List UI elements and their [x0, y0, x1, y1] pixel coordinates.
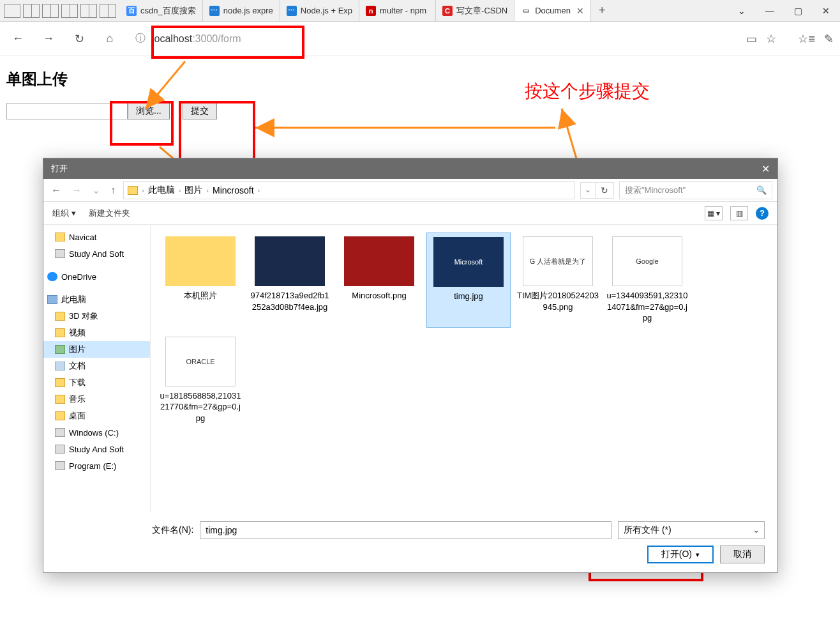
file-thumbnail	[344, 236, 414, 286]
tab-label: csdn_百度搜索	[140, 5, 196, 17]
fld-icon	[55, 395, 65, 404]
browser-tabstrip: 百csdn_百度搜索⋯node.js expre⋯Node.js + Expnm…	[0, 0, 840, 22]
file-item[interactable]: G 人活着就是为了TIM图片20180524203945.png	[516, 233, 600, 328]
tree-item[interactable]: 音乐	[43, 391, 150, 408]
tree-item[interactable]: 3D 对象	[43, 308, 150, 325]
search-input[interactable]: 搜索"Mincrosoft" 🔍	[619, 181, 772, 199]
tree-item-label: 视频	[69, 327, 86, 339]
layout-icon[interactable]	[61, 4, 78, 18]
tree-item-label: 下载	[69, 377, 86, 388]
tree-item[interactable]: Program (E:)	[43, 457, 150, 474]
tree-item[interactable]: 视频	[43, 325, 150, 341]
refresh-icon[interactable]: ↻	[595, 183, 613, 198]
file-filter-combo[interactable]: 所有文件 (*)	[618, 521, 765, 539]
close-tab-icon[interactable]: ✕	[576, 6, 584, 16]
file-item[interactable]: 本机照片	[158, 233, 243, 328]
history-dropdown-icon[interactable]: ⌄	[89, 184, 103, 196]
open-button[interactable]: 打开(O) ▾	[647, 546, 714, 563]
close-icon[interactable]: ✕	[812, 0, 840, 21]
new-tab-button[interactable]: +	[591, 0, 613, 21]
filename-input[interactable]	[200, 521, 611, 539]
tab-label: Documen	[535, 6, 571, 15]
forward-icon[interactable]: →	[69, 185, 84, 196]
tab-label: multer - npm	[380, 6, 426, 15]
layout-icon[interactable]	[80, 4, 97, 18]
notes-icon[interactable]: ✎	[824, 32, 834, 46]
layout-icon[interactable]	[23, 4, 40, 18]
layout-icon[interactable]	[100, 4, 116, 18]
tree-item-label: Windows (C:)	[69, 428, 119, 438]
address-rest: :3000/form	[192, 33, 241, 45]
browser-tab[interactable]: ▭Documen✕	[514, 0, 591, 21]
up-icon[interactable]: ↑	[108, 185, 118, 196]
dialog-nav: ← → ⌄ ↑ › 此电脑› 图片› Mincrosoft› ⌄ ↻ 搜索"Mi…	[43, 179, 777, 202]
organize-menu[interactable]: 组织 ▾	[52, 208, 76, 219]
drv-icon	[55, 461, 65, 470]
tab-label: 写文章-CSDN	[456, 5, 507, 17]
favicon: n	[366, 6, 376, 16]
browser-tab[interactable]: C写文章-CSDN	[436, 0, 514, 21]
back-button[interactable]: ←	[6, 27, 29, 50]
file-path-field[interactable]	[6, 103, 128, 119]
drv-icon	[55, 428, 65, 437]
file-thumbnail: G 人活着就是为了	[523, 236, 593, 286]
preview-pane-icon[interactable]: ▥	[730, 206, 748, 220]
forward-button[interactable]: →	[37, 27, 60, 50]
minimize-icon[interactable]: —	[756, 0, 784, 21]
view-mode-icon[interactable]: ▦ ▾	[705, 206, 723, 220]
file-item[interactable]: Microsofttimg.jpg	[426, 233, 511, 328]
layout-icon[interactable]	[42, 4, 59, 18]
reading-view-icon[interactable]: ▭	[746, 32, 757, 46]
file-thumbnail: ORACLE	[165, 337, 236, 386]
submit-button[interactable]: 提交	[183, 103, 217, 119]
tree-item[interactable]: Windows (C:)	[43, 424, 150, 441]
maximize-icon[interactable]: ▢	[784, 0, 812, 21]
chevron-down-icon[interactable]: ⌄	[728, 0, 756, 21]
breadcrumb-dropdown-icon[interactable]: ⌄	[581, 183, 595, 198]
dialog-title: 打开	[51, 163, 68, 174]
favorites-list-icon[interactable]: ☆≡	[798, 32, 815, 46]
browser-tab[interactable]: 百csdn_百度搜索	[120, 0, 203, 21]
back-icon[interactable]: ←	[49, 185, 64, 196]
doc-icon	[55, 362, 65, 371]
folder-icon	[128, 186, 138, 195]
tree-item[interactable]: 图片	[43, 341, 150, 358]
file-item[interactable]: Mincrosoft.png	[337, 233, 421, 328]
browser-tab[interactable]: ⋯node.js expre	[203, 0, 280, 21]
file-item[interactable]: 974f218713a9ed2fb1252a3d08b7f4ea.jpg	[248, 233, 332, 328]
tree-item[interactable]: 桌面	[43, 408, 150, 424]
breadcrumb[interactable]: › 此电脑› 图片› Mincrosoft›	[123, 181, 575, 199]
address-bar[interactable]: ⓘ localhost:3000/form	[129, 27, 739, 50]
help-icon[interactable]: ?	[756, 207, 769, 220]
file-name: TIM图片20180524203945.png	[517, 290, 599, 312]
browser-tab[interactable]: nmulter - npm	[359, 0, 436, 21]
tab-label: node.js expre	[223, 6, 273, 15]
file-item[interactable]: Googleu=1344093591,3231014071&fm=27&gp=0…	[605, 233, 689, 328]
favorite-icon[interactable]: ☆	[766, 32, 776, 46]
tree-item-label: 3D 对象	[69, 310, 98, 322]
refresh-button[interactable]: ↻	[68, 27, 91, 50]
close-icon[interactable]: ✕	[761, 163, 770, 175]
file-thumbnail: Microsoft	[433, 237, 504, 287]
folder-tree: NavicatStudy And SoftOneDrive此电脑3D 对象视频图…	[43, 225, 151, 512]
tree-item[interactable]: Study And Soft	[43, 441, 150, 457]
tree-item[interactable]: 下载	[43, 374, 150, 391]
tree-item[interactable]: 此电脑	[43, 291, 150, 308]
home-button[interactable]: ⌂	[98, 27, 121, 50]
file-thumbnail	[165, 236, 236, 286]
window-layout-icons	[0, 0, 120, 21]
cancel-button[interactable]: 取消	[720, 546, 765, 563]
tree-item[interactable]: Study And Soft	[43, 245, 150, 262]
browse-button[interactable]: 浏览...	[128, 103, 170, 119]
layout-icon[interactable]	[4, 4, 20, 18]
tree-item[interactable]: Navicat	[43, 229, 150, 245]
new-folder-button[interactable]: 新建文件夹	[89, 208, 130, 219]
browser-tab[interactable]: ⋯Node.js + Exp	[280, 0, 359, 21]
dialog-bottom: 文件名(N): 所有文件 (*) 打开(O) ▾ 取消	[43, 512, 777, 572]
fld-icon	[55, 411, 65, 420]
tree-item[interactable]: 文档	[43, 358, 150, 374]
tree-item-label: OneDrive	[61, 272, 96, 282]
tree-item[interactable]: OneDrive	[43, 268, 150, 285]
pc-icon	[47, 295, 57, 304]
file-item[interactable]: ORACLEu=1818568858,2103121770&fm=27&gp=0…	[158, 333, 243, 428]
